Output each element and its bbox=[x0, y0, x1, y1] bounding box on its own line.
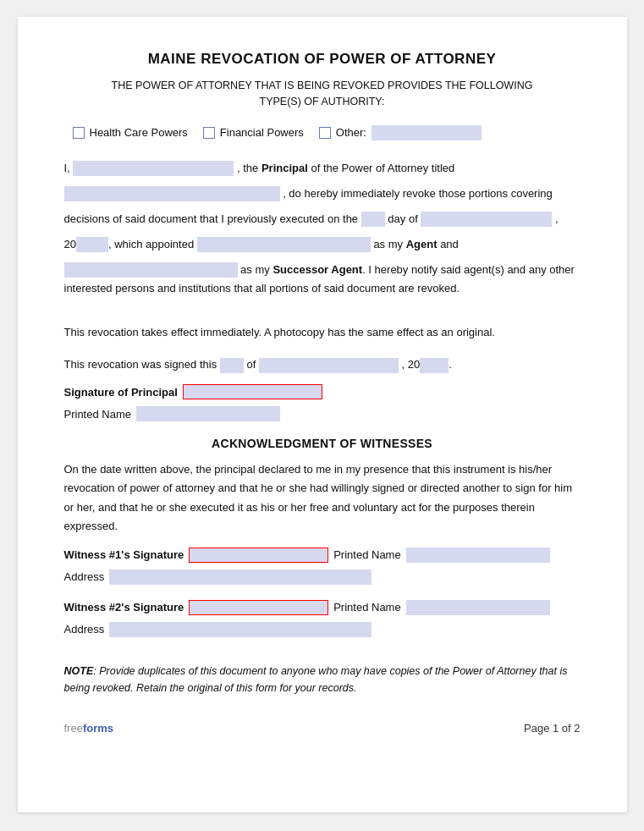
document-title: MAINE REVOCATION OF POWER OF ATTORNEY bbox=[64, 51, 581, 68]
principal-signature-row: Signature of Principal bbox=[64, 384, 581, 399]
agent-name-input[interactable] bbox=[197, 237, 371, 252]
sign-month-input[interactable] bbox=[259, 358, 399, 373]
acknowledgment-title: ACKNOWLEDGMENT OF WITNESSES bbox=[64, 437, 581, 450]
health-care-checkbox-item[interactable]: Health Care Powers bbox=[73, 126, 188, 139]
other-label: Other: bbox=[336, 126, 366, 139]
health-care-checkbox[interactable] bbox=[73, 127, 85, 139]
para-2: , do hereby immediately revoke those por… bbox=[64, 184, 581, 203]
day-input[interactable] bbox=[361, 212, 385, 227]
printed-name-input[interactable] bbox=[136, 406, 280, 421]
sign-day-input[interactable] bbox=[220, 358, 244, 373]
financial-checkbox-item[interactable]: Financial Powers bbox=[203, 126, 304, 139]
principal-signature-input[interactable] bbox=[183, 384, 322, 399]
witness2-address-input[interactable] bbox=[109, 622, 372, 637]
witness-intro-text: On the date written above, the principal… bbox=[64, 460, 581, 535]
signature-label: Signature of Principal bbox=[64, 386, 178, 399]
other-input[interactable] bbox=[372, 125, 482, 140]
brand-forms: forms bbox=[83, 722, 113, 735]
para-3: decisions of said document that I previo… bbox=[64, 210, 581, 228]
successor-agent-input[interactable] bbox=[64, 262, 238, 278]
printed-name-row: Printed Name bbox=[64, 406, 581, 421]
witness2-printed-label: Printed Name bbox=[333, 601, 400, 614]
document-page: MAINE REVOCATION OF POWER OF ATTORNEY TH… bbox=[18, 17, 627, 812]
witness2-sig-input[interactable] bbox=[189, 600, 328, 615]
brand: freeforms bbox=[64, 722, 114, 735]
poa-title-input[interactable] bbox=[64, 186, 280, 201]
witness1-address-input[interactable] bbox=[109, 570, 372, 585]
note-text: : Provide duplicates of this document to… bbox=[64, 665, 568, 694]
para-1: I, , the Principal of the Power of Attor… bbox=[64, 159, 581, 178]
signed-this-row: This revocation was signed this of , 20. bbox=[64, 355, 581, 374]
para-5: as my Successor Agent. I hereby notify s… bbox=[64, 261, 581, 298]
witness1-address-row: Address bbox=[64, 570, 581, 585]
footer: freeforms Page 1 of 2 bbox=[64, 722, 581, 735]
witness1-sig-label: Witness #1's Signature bbox=[64, 548, 184, 561]
month-year-input[interactable] bbox=[421, 212, 552, 227]
authority-row: Health Care Powers Financial Powers Othe… bbox=[64, 125, 581, 140]
brand-free: free bbox=[64, 722, 83, 735]
para-4: 20, which appointed as my Agent and bbox=[64, 235, 581, 254]
witness1-sig-row: Witness #1's Signature Printed Name bbox=[64, 548, 581, 563]
sign-year-input[interactable] bbox=[420, 358, 449, 373]
para-6: This revocation takes effect immediately… bbox=[64, 323, 581, 342]
page-number: Page 1 of 2 bbox=[524, 722, 581, 735]
witness1-address-label: Address bbox=[64, 570, 105, 583]
principal-name-input[interactable] bbox=[73, 161, 234, 176]
witness1-printed-input[interactable] bbox=[406, 548, 550, 563]
other-checkbox-item[interactable]: Other: bbox=[319, 125, 482, 140]
witness2-address-label: Address bbox=[64, 623, 105, 636]
note-block: NOTE: Provide duplicates of this documen… bbox=[64, 663, 581, 696]
other-checkbox[interactable] bbox=[319, 127, 331, 139]
witness2-printed-input[interactable] bbox=[406, 600, 550, 615]
witness-1-block: Witness #1's Signature Printed Name Addr… bbox=[64, 548, 581, 585]
witness1-printed-label: Printed Name bbox=[333, 548, 400, 561]
year-input[interactable] bbox=[76, 237, 108, 252]
witness2-address-row: Address bbox=[64, 622, 581, 637]
health-care-label: Health Care Powers bbox=[90, 126, 188, 139]
witness-2-block: Witness #2's Signature Printed Name Addr… bbox=[64, 600, 581, 637]
financial-label: Financial Powers bbox=[220, 126, 304, 139]
body-text: I, , the Principal of the Power of Attor… bbox=[64, 159, 581, 343]
witness2-sig-row: Witness #2's Signature Printed Name bbox=[64, 600, 581, 615]
document-subtitle: THE POWER OF ATTORNEY THAT IS BEING REVO… bbox=[64, 78, 581, 110]
printed-name-label: Printed Name bbox=[64, 408, 131, 421]
witness2-sig-label: Witness #2's Signature bbox=[64, 601, 184, 614]
financial-checkbox[interactable] bbox=[203, 127, 215, 139]
witness1-sig-input[interactable] bbox=[189, 548, 328, 563]
note-bold: NOTE bbox=[64, 665, 94, 677]
